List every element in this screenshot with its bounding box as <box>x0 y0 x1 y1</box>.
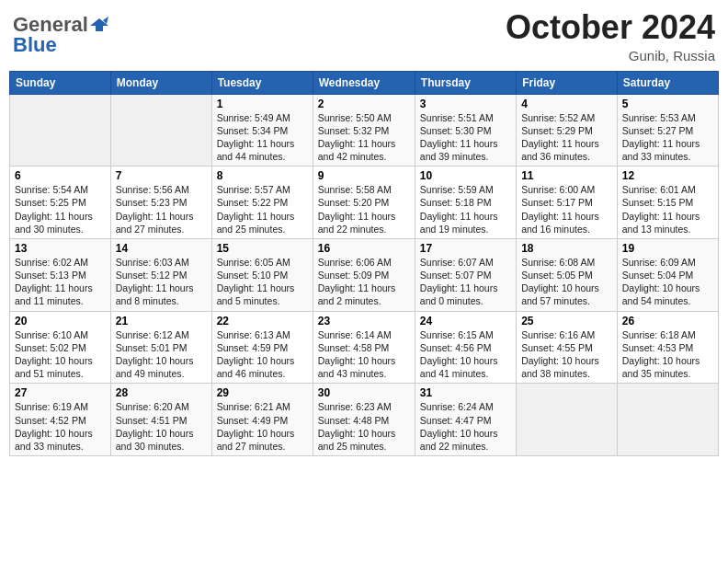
day-header-friday: Friday <box>517 71 618 94</box>
day-number: 1 <box>217 98 308 110</box>
day-detail: Sunrise: 6:02 AM Sunset: 5:13 PM Dayligh… <box>15 256 106 308</box>
calendar-header-row: SundayMondayTuesdayWednesdayThursdayFrid… <box>10 71 719 94</box>
day-detail: Sunrise: 6:12 AM Sunset: 5:01 PM Dayligh… <box>116 328 207 381</box>
calendar-cell <box>10 94 111 167</box>
calendar-cell: 3Sunrise: 5:51 AM Sunset: 5:30 PM Daylig… <box>415 94 516 167</box>
calendar-cell: 17Sunrise: 6:07 AM Sunset: 5:07 PM Dayli… <box>415 238 516 311</box>
title-block: October 2024 Gunib, Russia <box>506 9 715 63</box>
day-number: 20 <box>15 315 106 327</box>
day-detail: Sunrise: 5:58 AM Sunset: 5:20 PM Dayligh… <box>318 183 410 236</box>
day-number: 14 <box>116 242 207 255</box>
day-detail: Sunrise: 6:21 AM Sunset: 4:49 PM Dayligh… <box>217 400 308 453</box>
day-detail: Sunrise: 5:57 AM Sunset: 5:22 PM Dayligh… <box>217 183 308 236</box>
day-detail: Sunrise: 6:06 AM Sunset: 5:09 PM Dayligh… <box>318 256 410 308</box>
day-number: 11 <box>521 169 612 182</box>
location: Gunib, Russia <box>506 48 715 63</box>
logo: General Blue <box>13 13 108 57</box>
calendar-cell <box>517 384 618 456</box>
day-detail: Sunrise: 6:19 AM Sunset: 4:52 PM Dayligh… <box>15 400 106 453</box>
day-number: 23 <box>318 315 410 327</box>
calendar-cell: 2Sunrise: 5:50 AM Sunset: 5:32 PM Daylig… <box>313 94 415 167</box>
day-detail: Sunrise: 6:05 AM Sunset: 5:10 PM Dayligh… <box>217 256 308 308</box>
day-number: 12 <box>622 169 713 182</box>
day-detail: Sunrise: 6:10 AM Sunset: 5:02 PM Dayligh… <box>15 328 106 381</box>
day-detail: Sunrise: 6:00 AM Sunset: 5:17 PM Dayligh… <box>521 183 612 236</box>
day-detail: Sunrise: 6:18 AM Sunset: 4:53 PM Dayligh… <box>622 328 713 381</box>
calendar-table: SundayMondayTuesdayWednesdayThursdayFrid… <box>9 71 719 456</box>
calendar-cell: 9Sunrise: 5:58 AM Sunset: 5:20 PM Daylig… <box>313 167 415 239</box>
day-header-monday: Monday <box>110 71 211 94</box>
day-detail: Sunrise: 5:59 AM Sunset: 5:18 PM Dayligh… <box>420 183 511 236</box>
calendar-cell: 19Sunrise: 6:09 AM Sunset: 5:04 PM Dayli… <box>617 238 718 311</box>
calendar-week-row: 20Sunrise: 6:10 AM Sunset: 5:02 PM Dayli… <box>10 311 719 384</box>
calendar-cell: 25Sunrise: 6:16 AM Sunset: 4:55 PM Dayli… <box>517 311 618 384</box>
page-header: General Blue October 2024 Gunib, Russia <box>9 9 719 63</box>
calendar-cell: 7Sunrise: 5:56 AM Sunset: 5:23 PM Daylig… <box>110 167 211 239</box>
day-number: 4 <box>521 98 612 110</box>
day-number: 6 <box>15 169 106 182</box>
calendar-cell: 27Sunrise: 6:19 AM Sunset: 4:52 PM Dayli… <box>10 384 111 456</box>
day-number: 21 <box>116 315 207 327</box>
calendar-cell: 6Sunrise: 5:54 AM Sunset: 5:25 PM Daylig… <box>10 167 111 239</box>
logo-bird-icon <box>90 17 108 33</box>
calendar-cell: 14Sunrise: 6:03 AM Sunset: 5:12 PM Dayli… <box>110 238 211 311</box>
calendar-cell: 11Sunrise: 6:00 AM Sunset: 5:17 PM Dayli… <box>517 167 618 239</box>
calendar-cell: 15Sunrise: 6:05 AM Sunset: 5:10 PM Dayli… <box>211 238 313 311</box>
day-number: 16 <box>318 242 410 255</box>
calendar-cell: 13Sunrise: 6:02 AM Sunset: 5:13 PM Dayli… <box>10 238 111 311</box>
day-number: 18 <box>521 242 612 255</box>
day-number: 17 <box>420 242 511 255</box>
calendar-cell: 30Sunrise: 6:23 AM Sunset: 4:48 PM Dayli… <box>313 384 415 456</box>
day-number: 9 <box>318 169 410 182</box>
calendar-cell: 20Sunrise: 6:10 AM Sunset: 5:02 PM Dayli… <box>10 311 111 384</box>
calendar-cell: 4Sunrise: 5:52 AM Sunset: 5:29 PM Daylig… <box>517 94 618 167</box>
calendar-week-row: 27Sunrise: 6:19 AM Sunset: 4:52 PM Dayli… <box>10 384 719 456</box>
calendar-cell <box>110 94 211 167</box>
day-header-thursday: Thursday <box>415 71 516 94</box>
logo-blue-text: Blue <box>13 33 57 57</box>
day-number: 8 <box>217 169 308 182</box>
day-number: 2 <box>318 98 410 110</box>
day-detail: Sunrise: 6:14 AM Sunset: 4:58 PM Dayligh… <box>318 328 410 381</box>
day-detail: Sunrise: 6:01 AM Sunset: 5:15 PM Dayligh… <box>622 183 713 236</box>
day-number: 3 <box>420 98 511 110</box>
day-detail: Sunrise: 6:23 AM Sunset: 4:48 PM Dayligh… <box>318 400 410 453</box>
day-number: 31 <box>420 386 511 399</box>
calendar-week-row: 13Sunrise: 6:02 AM Sunset: 5:13 PM Dayli… <box>10 238 719 311</box>
day-header-sunday: Sunday <box>10 71 111 94</box>
calendar-cell: 29Sunrise: 6:21 AM Sunset: 4:49 PM Dayli… <box>211 384 313 456</box>
calendar-cell: 28Sunrise: 6:20 AM Sunset: 4:51 PM Dayli… <box>110 384 211 456</box>
day-detail: Sunrise: 6:13 AM Sunset: 4:59 PM Dayligh… <box>217 328 308 381</box>
calendar-cell: 16Sunrise: 6:06 AM Sunset: 5:09 PM Dayli… <box>313 238 415 311</box>
day-number: 13 <box>15 242 106 255</box>
calendar-week-row: 6Sunrise: 5:54 AM Sunset: 5:25 PM Daylig… <box>10 167 719 239</box>
calendar-cell <box>617 384 718 456</box>
calendar-cell: 26Sunrise: 6:18 AM Sunset: 4:53 PM Dayli… <box>617 311 718 384</box>
calendar-cell: 1Sunrise: 5:49 AM Sunset: 5:34 PM Daylig… <box>211 94 313 167</box>
day-number: 7 <box>116 169 207 182</box>
calendar-cell: 31Sunrise: 6:24 AM Sunset: 4:47 PM Dayli… <box>415 384 516 456</box>
day-detail: Sunrise: 6:24 AM Sunset: 4:47 PM Dayligh… <box>420 400 511 453</box>
day-detail: Sunrise: 6:07 AM Sunset: 5:07 PM Dayligh… <box>420 256 511 308</box>
day-detail: Sunrise: 5:49 AM Sunset: 5:34 PM Dayligh… <box>217 111 308 164</box>
calendar-cell: 12Sunrise: 6:01 AM Sunset: 5:15 PM Dayli… <box>617 167 718 239</box>
day-detail: Sunrise: 6:16 AM Sunset: 4:55 PM Dayligh… <box>521 328 612 381</box>
day-number: 5 <box>622 98 713 110</box>
day-number: 28 <box>116 386 207 399</box>
day-number: 22 <box>217 315 308 327</box>
calendar-cell: 23Sunrise: 6:14 AM Sunset: 4:58 PM Dayli… <box>313 311 415 384</box>
day-number: 27 <box>15 386 106 399</box>
day-detail: Sunrise: 6:15 AM Sunset: 4:56 PM Dayligh… <box>420 328 511 381</box>
calendar-cell: 22Sunrise: 6:13 AM Sunset: 4:59 PM Dayli… <box>211 311 313 384</box>
day-number: 15 <box>217 242 308 255</box>
day-number: 29 <box>217 386 308 399</box>
day-detail: Sunrise: 5:54 AM Sunset: 5:25 PM Dayligh… <box>15 183 106 236</box>
day-header-saturday: Saturday <box>617 71 718 94</box>
day-header-wednesday: Wednesday <box>313 71 415 94</box>
day-number: 25 <box>521 315 612 327</box>
day-detail: Sunrise: 5:56 AM Sunset: 5:23 PM Dayligh… <box>116 183 207 236</box>
calendar-cell: 21Sunrise: 6:12 AM Sunset: 5:01 PM Dayli… <box>110 311 211 384</box>
day-detail: Sunrise: 5:52 AM Sunset: 5:29 PM Dayligh… <box>521 111 612 164</box>
day-detail: Sunrise: 6:08 AM Sunset: 5:05 PM Dayligh… <box>521 256 612 308</box>
day-number: 19 <box>622 242 713 255</box>
